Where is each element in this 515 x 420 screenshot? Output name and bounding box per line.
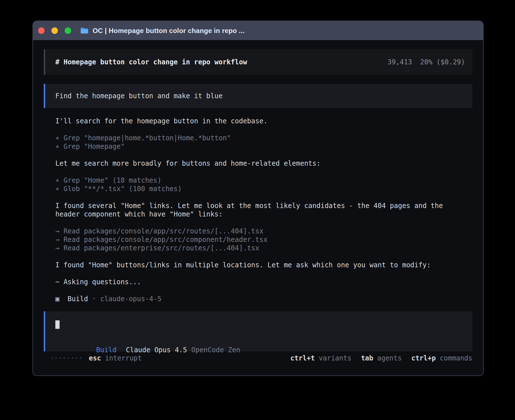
spinner-dots: ········ (50, 354, 83, 362)
transcript-line (55, 218, 472, 227)
user-message-text: Find the homepage button and make it blu… (55, 92, 222, 100)
transcript: I'll search for the homepage button in t… (44, 117, 472, 303)
prompt-input[interactable]: BuildClaude Opus 4.5OpenCode Zen (44, 311, 472, 351)
status-left: ········ esc interrupt (50, 354, 142, 362)
transcript-line: Let me search more broadly for buttons a… (55, 159, 472, 168)
transcript-line: ∗ Grep "Homepage" (55, 142, 472, 151)
transcript-line: header component which have "Home" links… (55, 210, 472, 218)
zoom-button[interactable] (65, 27, 71, 34)
transcript-line: I'll search for the homepage button in t… (55, 117, 472, 125)
transcript-line (55, 252, 472, 261)
desktop-background: OC | Homepage button color change in rep… (0, 0, 515, 420)
session-title: # Homepage button color change in repo w… (55, 58, 247, 66)
interrupt-label: interrupt (105, 354, 142, 362)
session-stats: 39,413 20% ($0.29) (387, 58, 465, 66)
transcript-line: ∗ Glob "**/*.tsx" (100 matches) (55, 185, 472, 193)
transcript-line (55, 151, 472, 159)
transcript-line: → Read packages/console/app/src/componen… (55, 235, 472, 244)
transcript-line: I found "Home" buttons/links in multiple… (55, 261, 472, 269)
transcript-line: ~ Asking questions... (55, 278, 472, 286)
window-title: OC | Homepage button color change in rep… (93, 27, 245, 35)
traffic-lights (38, 27, 71, 34)
text-cursor (55, 320, 60, 329)
minimize-button[interactable] (51, 27, 58, 34)
interrupt-key: esc (89, 354, 101, 362)
terminal-content: # Homepage button color change in repo w… (33, 40, 483, 375)
status-bar: ········ esc interrupt ctrl+tvariants ta… (44, 351, 472, 365)
transcript-line: ∗ Grep "Home" (18 matches) (55, 176, 472, 185)
window-titlebar[interactable]: OC | Homepage button color change in rep… (33, 21, 483, 40)
folder-icon (80, 27, 89, 34)
transcript-line (55, 269, 472, 278)
status-shortcuts: ctrl+tvariants tabagents ctrl+pcommands (290, 354, 472, 362)
terminal-window: OC | Homepage button color change in rep… (32, 21, 484, 376)
user-message: Find the homepage button and make it blu… (44, 84, 472, 108)
shortcut-variants: ctrl+tvariants (290, 354, 351, 362)
transcript-line: ▣ Build · claude-opus-4-5 (55, 295, 472, 303)
input-meta-row: BuildClaude Opus 4.5OpenCode Zen (55, 337, 462, 346)
shortcut-agents: tabagents (361, 354, 402, 362)
transcript-line (55, 125, 472, 134)
shortcut-commands: ctrl+pcommands (411, 354, 472, 362)
transcript-line (55, 286, 472, 295)
session-header: # Homepage button color change in repo w… (44, 49, 472, 75)
transcript-line (55, 168, 472, 176)
transcript-line: → Read packages/console/app/src/routes/[… (55, 227, 472, 235)
transcript-line: I found several "Home" links. Let me loo… (55, 202, 472, 210)
close-button[interactable] (38, 27, 45, 34)
transcript-line: ∗ Grep "homepage|home.*button|Home.*butt… (55, 134, 472, 142)
transcript-line (55, 193, 472, 202)
transcript-line: → Read packages/enterprise/src/routes/[.… (55, 244, 472, 252)
